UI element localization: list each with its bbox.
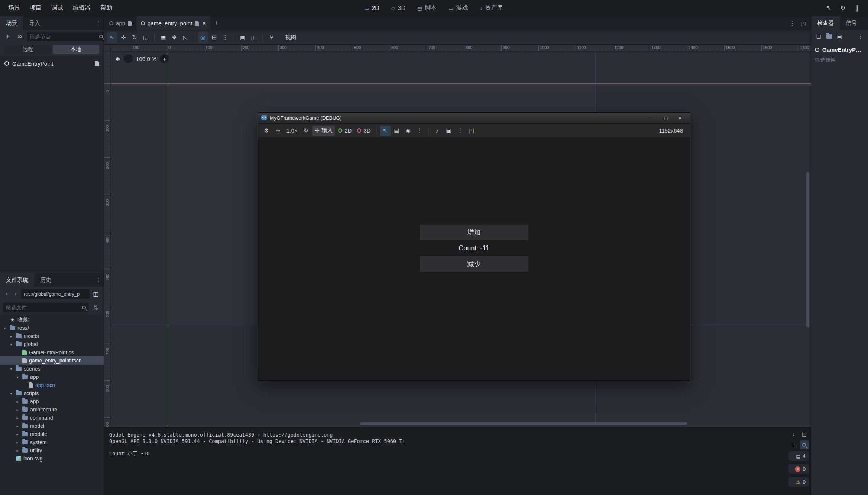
dock-tab[interactable]: 场景 bbox=[0, 16, 23, 30]
smart-snap-toggle[interactable]: ◎ bbox=[198, 32, 208, 43]
next-frame-button[interactable]: ↦ bbox=[273, 126, 283, 136]
file-tree-item[interactable]: ▸ app bbox=[0, 397, 104, 406]
expand-arrow-icon[interactable]: ▸ bbox=[15, 408, 20, 412]
list-select-tool[interactable]: ▦ bbox=[158, 32, 168, 43]
scene-tab[interactable]: game_entry_point × bbox=[136, 16, 210, 30]
select-tool[interactable]: ↖ bbox=[107, 32, 117, 43]
scene-tab[interactable]: app bbox=[105, 16, 136, 30]
expand-arrow-icon[interactable]: ▸ bbox=[15, 440, 20, 444]
select-mode-button[interactable]: ↖ bbox=[380, 126, 391, 136]
output-badge[interactable]: 0 bbox=[788, 477, 809, 487]
menu-item[interactable]: 场景 bbox=[4, 2, 25, 14]
new-scene-tab-button[interactable]: + bbox=[210, 16, 222, 30]
grid-snap-toggle[interactable]: ⊞ bbox=[209, 32, 219, 43]
close-button[interactable]: × bbox=[673, 114, 687, 123]
pan-tool[interactable]: ✥ bbox=[169, 32, 179, 43]
game-window[interactable]: MyGFrameworkGame (DEBUG) − □ × ⚙ ↦ 1.0× … bbox=[258, 112, 690, 381]
filter-files-field[interactable] bbox=[3, 303, 89, 312]
decrease-button[interactable]: 减少 bbox=[419, 256, 529, 272]
pause-scene-button[interactable]: ∥ bbox=[852, 3, 862, 13]
filter-nodes-field[interactable] bbox=[27, 32, 104, 41]
file-tree-item[interactable]: ▸ model bbox=[0, 422, 104, 430]
workspace-button[interactable]: ▤ 脚本 bbox=[413, 2, 441, 14]
clear-log-button[interactable]: ≡ bbox=[789, 440, 798, 449]
toolbar-button[interactable] bbox=[234, 34, 234, 41]
game-window-titlebar[interactable]: MyGFrameworkGame (DEBUG) − □ × bbox=[258, 113, 690, 124]
toolbar-button[interactable] bbox=[154, 34, 155, 41]
visibility-button[interactable]: ◉ bbox=[403, 126, 414, 136]
current-path-input[interactable] bbox=[24, 291, 87, 297]
expand-arrow-icon[interactable]: ▾ bbox=[2, 326, 7, 330]
toolbar-button[interactable] bbox=[262, 34, 263, 41]
close-tab-icon[interactable]: × bbox=[202, 20, 206, 27]
expand-arrow-icon[interactable]: ▸ bbox=[15, 432, 20, 436]
restart-game-button[interactable]: ↻ bbox=[301, 126, 311, 136]
expand-arrow-icon[interactable]: ▸ bbox=[15, 449, 20, 453]
view-menu-button[interactable]: 视图 bbox=[281, 32, 301, 42]
dock-tab[interactable]: 检查器 bbox=[811, 16, 840, 30]
file-tree-item[interactable]: app.tscn bbox=[0, 381, 104, 389]
filesystem-dock-menu-button[interactable]: ⋮ bbox=[93, 273, 104, 287]
file-tree-item[interactable]: ▸ command bbox=[0, 414, 104, 422]
more-options-button[interactable]: ⋮ bbox=[455, 126, 466, 136]
increase-button[interactable]: 增加 bbox=[419, 224, 529, 241]
remote-button[interactable]: 远程 bbox=[4, 45, 51, 54]
fullscreen-button[interactable]: ◰ bbox=[467, 126, 477, 136]
debug-pick-button[interactable]: ↖ bbox=[823, 3, 834, 13]
vertical-scrollbar[interactable] bbox=[806, 172, 809, 327]
dock-tab[interactable]: 历史 bbox=[34, 273, 57, 287]
expand-arrow-icon[interactable]: ▸ bbox=[9, 334, 14, 338]
zoom-in-button[interactable]: + bbox=[160, 54, 169, 63]
input-toggle-button[interactable]: ✛ 输入 bbox=[312, 126, 335, 136]
search-log-button[interactable] bbox=[800, 440, 809, 449]
output-badge[interactable]: 0 bbox=[788, 464, 809, 474]
split-view-button[interactable]: ◫ bbox=[91, 289, 101, 299]
file-tree-item[interactable]: ▸ module bbox=[0, 430, 104, 438]
speed-button[interactable]: 1.0× bbox=[284, 126, 300, 136]
horizontal-scrollbar[interactable] bbox=[360, 422, 687, 425]
file-tree-item[interactable]: ▾ scripts bbox=[0, 389, 104, 397]
file-tree-item[interactable]: game_entry_point.tscn bbox=[0, 356, 104, 365]
lock-selection-button[interactable]: ▣ bbox=[237, 32, 248, 43]
file-tree-item[interactable]: ▸ architecture bbox=[0, 406, 104, 414]
file-tree-item[interactable]: icon.svg bbox=[0, 455, 104, 463]
panels-button[interactable]: ▤ bbox=[392, 126, 402, 136]
current-path-field[interactable] bbox=[21, 289, 90, 299]
ruler-tool[interactable]: ◺ bbox=[180, 32, 191, 43]
file-tree-item[interactable]: 收藏: bbox=[0, 316, 104, 324]
snap-options-menu[interactable]: ⋮ bbox=[220, 32, 230, 43]
file-tree-item[interactable]: ▸ assets bbox=[0, 332, 104, 340]
file-tree-item[interactable]: ▾ app bbox=[0, 373, 104, 381]
expand-viewport-button[interactable]: ◰ bbox=[798, 18, 809, 29]
output-badge[interactable]: 4 bbox=[788, 451, 809, 461]
workspace-button[interactable]: ↓ 资产库 bbox=[475, 2, 507, 14]
dock-tab[interactable]: 信号 bbox=[840, 16, 863, 30]
scale-tool[interactable]: ◱ bbox=[140, 32, 151, 43]
center-view-icon[interactable]: ∗ bbox=[115, 55, 120, 63]
restart-scene-button[interactable]: ↻ bbox=[838, 3, 848, 13]
workspace-button[interactable]: ▱ 2D bbox=[361, 3, 384, 13]
file-tree-item[interactable]: ▸ utility bbox=[0, 446, 104, 455]
expand-arrow-icon[interactable]: ▾ bbox=[9, 342, 14, 346]
forward-button[interactable]: › bbox=[12, 289, 19, 299]
mute-audio-button[interactable]: ♪ bbox=[432, 126, 443, 136]
attached-script-icon[interactable] bbox=[95, 61, 99, 66]
move-tool[interactable]: ✛ bbox=[118, 32, 129, 43]
menu-item[interactable]: 编辑器 bbox=[68, 2, 95, 14]
filter-properties-field[interactable] bbox=[811, 54, 868, 65]
save-resource-button[interactable]: ▣ bbox=[835, 32, 844, 41]
expand-arrow-icon[interactable]: ▸ bbox=[15, 400, 20, 404]
mode-2d-button[interactable]: 2D bbox=[336, 126, 354, 136]
expand-arrow-icon[interactable]: ▾ bbox=[9, 391, 14, 395]
load-resource-button[interactable] bbox=[825, 32, 833, 41]
expand-arrow-icon[interactable]: ▾ bbox=[15, 375, 20, 379]
sort-files-button[interactable]: ⇅ bbox=[91, 303, 101, 312]
group-selection-button[interactable]: ◫ bbox=[249, 32, 259, 43]
expand-arrow-icon[interactable]: ▾ bbox=[9, 367, 14, 371]
skeleton-options-button[interactable]: ⑂ bbox=[266, 32, 276, 43]
copy-log-button[interactable]: ◫ bbox=[800, 430, 809, 439]
file-tree-item[interactable]: GameEntryPoint.cs bbox=[0, 348, 104, 356]
rotate-tool[interactable]: ↻ bbox=[129, 32, 140, 43]
file-tree-item[interactable]: ▾ global bbox=[0, 340, 104, 348]
maximize-button[interactable]: □ bbox=[659, 114, 673, 123]
